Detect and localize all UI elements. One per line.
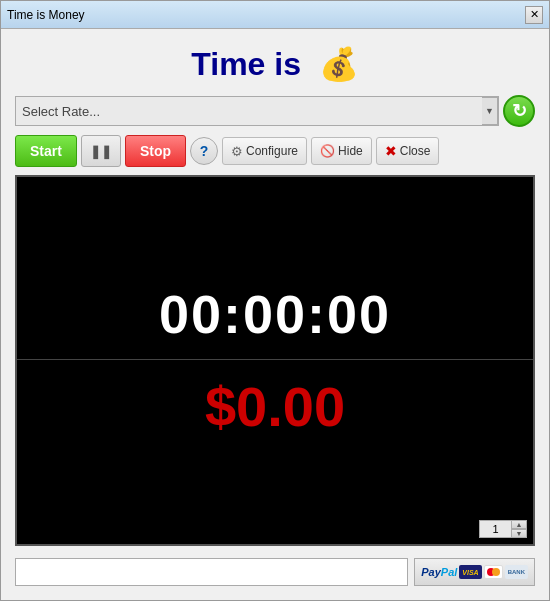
bank-card-icon: BANK xyxy=(505,565,528,579)
gear-icon: ⚙ xyxy=(231,144,243,159)
buttons-row: Start ❚❚ Stop ? ⚙ Configure 🚫 Hide ✖ Clo… xyxy=(15,135,535,167)
hide-button[interactable]: 🚫 Hide xyxy=(311,137,372,165)
payment-cards: VISA BANK xyxy=(459,565,528,579)
start-button[interactable]: Start xyxy=(15,135,77,167)
refresh-icon: ↺ xyxy=(512,100,527,122)
window-close-button[interactable]: ✕ xyxy=(525,6,543,24)
pause-icon: ❚❚ xyxy=(90,144,112,159)
mastercard-icon xyxy=(484,565,503,579)
spinner-input[interactable] xyxy=(479,520,511,538)
money-display: $0.00 xyxy=(205,374,345,439)
main-window: Time is Money ✕ Time is 💰 Select Rate...… xyxy=(0,0,550,601)
divider xyxy=(17,359,533,360)
close-red-icon: ✖ xyxy=(385,143,397,159)
stop-button[interactable]: Stop xyxy=(125,135,186,167)
display-area: 00:00:00 $0.00 ▲ ▼ xyxy=(15,175,535,546)
visa-card-icon: VISA xyxy=(459,565,481,579)
refresh-button[interactable]: ↺ xyxy=(503,95,535,127)
notes-input[interactable] xyxy=(15,558,408,586)
paypal-logo: PayPal xyxy=(421,566,457,578)
title-bar: Time is Money ✕ xyxy=(1,1,549,29)
rate-row: Select Rate... ▼ ↺ xyxy=(15,95,535,127)
spinner-down-button[interactable]: ▼ xyxy=(511,529,527,538)
paypal-button[interactable]: PayPal VISA BANK xyxy=(414,558,535,586)
app-title: Time is 💰 xyxy=(15,45,535,83)
time-display: 00:00:00 xyxy=(159,283,391,345)
rate-dropdown-arrow[interactable]: ▼ xyxy=(482,97,498,125)
content-area: Time is 💰 Select Rate... ▼ ↺ Start ❚❚ St… xyxy=(1,29,549,600)
close-button[interactable]: ✖ Close xyxy=(376,137,440,165)
title-bar-text: Time is Money xyxy=(7,8,85,22)
configure-button[interactable]: ⚙ Configure xyxy=(222,137,307,165)
spinner-up-button[interactable]: ▲ xyxy=(511,520,527,529)
money-bag-icon: 💰 xyxy=(319,46,359,82)
no-icon: 🚫 xyxy=(320,144,335,158)
bottom-row: PayPal VISA BANK xyxy=(15,554,535,590)
pause-button[interactable]: ❚❚ xyxy=(81,135,121,167)
rate-select[interactable]: Select Rate... xyxy=(16,97,482,125)
spinner-container: ▲ ▼ xyxy=(479,520,527,538)
help-button[interactable]: ? xyxy=(190,137,218,165)
